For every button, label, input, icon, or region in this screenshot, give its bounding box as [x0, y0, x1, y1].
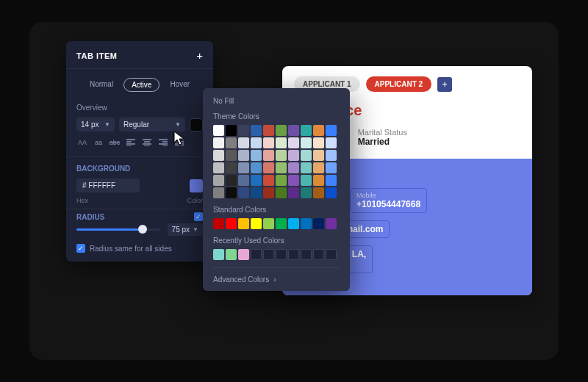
color-swatch[interactable] — [313, 175, 324, 186]
align-right-button[interactable] — [157, 139, 169, 146]
color-swatch[interactable] — [263, 125, 274, 136]
color-swatch[interactable] — [226, 249, 237, 260]
font-weight-select[interactable]: Regular ▼ — [119, 118, 185, 131]
color-swatch[interactable] — [326, 125, 337, 136]
add-applicant-button[interactable]: + — [437, 77, 452, 92]
color-swatch[interactable] — [238, 218, 249, 229]
color-swatch[interactable] — [226, 162, 237, 173]
color-swatch[interactable] — [313, 187, 324, 198]
color-swatch[interactable] — [263, 175, 274, 186]
color-swatch[interactable] — [213, 187, 224, 198]
color-swatch[interactable] — [238, 137, 249, 148]
color-swatch[interactable] — [301, 150, 312, 161]
color-swatch[interactable] — [226, 150, 237, 161]
color-swatch[interactable] — [301, 187, 312, 198]
color-swatch[interactable] — [226, 137, 237, 148]
color-swatch[interactable] — [251, 137, 262, 148]
color-swatch[interactable] — [251, 187, 262, 198]
align-left-button[interactable] — [125, 139, 137, 146]
color-swatch[interactable] — [288, 187, 299, 198]
color-swatch[interactable] — [238, 175, 249, 186]
color-swatch[interactable] — [263, 137, 274, 148]
color-swatch[interactable] — [313, 218, 324, 229]
color-swatch[interactable] — [238, 150, 249, 161]
color-swatch[interactable] — [213, 137, 224, 148]
color-swatch[interactable] — [301, 162, 312, 173]
radius-link-checkbox[interactable]: ✓ — [194, 212, 203, 221]
color-swatch[interactable] — [301, 218, 312, 229]
color-swatch[interactable] — [276, 125, 287, 136]
color-swatch[interactable] — [301, 125, 312, 136]
color-swatch[interactable] — [263, 218, 274, 229]
mobile-field[interactable]: Mobile +101054447668 — [350, 188, 427, 213]
color-swatch[interactable] — [226, 218, 237, 229]
color-swatch[interactable] — [288, 137, 299, 148]
color-swatch[interactable] — [276, 137, 287, 148]
color-swatch[interactable] — [313, 162, 324, 173]
color-swatch[interactable] — [301, 175, 312, 186]
color-swatch[interactable] — [263, 150, 274, 161]
empty-swatch — [288, 249, 299, 260]
color-swatch[interactable] — [251, 175, 262, 186]
color-swatch[interactable] — [251, 150, 262, 161]
color-swatch[interactable] — [226, 125, 237, 136]
state-tab-hover[interactable]: Hover — [162, 78, 197, 92]
color-swatch[interactable] — [301, 137, 312, 148]
color-swatch[interactable] — [226, 187, 237, 198]
color-swatch[interactable] — [276, 175, 287, 186]
color-swatch[interactable] — [238, 162, 249, 173]
color-swatch[interactable] — [288, 175, 299, 186]
color-swatch[interactable] — [213, 249, 224, 260]
color-swatch[interactable] — [213, 150, 224, 161]
color-swatch[interactable] — [213, 175, 224, 186]
radius-slider-thumb[interactable] — [138, 225, 147, 234]
align-justify-button[interactable] — [173, 139, 185, 146]
font-size-select[interactable]: 14 px ▼ — [76, 118, 115, 131]
color-swatch[interactable] — [326, 150, 337, 161]
background-color-swatch[interactable] — [190, 179, 203, 192]
hex-input[interactable]: # FFFFFF — [76, 179, 140, 192]
color-swatch[interactable] — [288, 125, 299, 136]
color-swatch[interactable] — [238, 125, 249, 136]
font-color-trigger[interactable] — [190, 118, 203, 131]
color-swatch[interactable] — [213, 162, 224, 173]
color-swatch[interactable] — [326, 137, 337, 148]
color-swatch[interactable] — [263, 162, 274, 173]
color-swatch[interactable] — [226, 175, 237, 186]
color-swatch[interactable] — [251, 218, 262, 229]
color-swatch[interactable] — [326, 175, 337, 186]
color-swatch[interactable] — [276, 187, 287, 198]
tab-applicant-2[interactable]: APPLICANT 2 — [366, 76, 432, 92]
strikethrough-button[interactable]: abc — [109, 139, 121, 146]
color-swatch[interactable] — [326, 187, 337, 198]
no-fill-option[interactable]: No Fill — [213, 97, 340, 105]
state-tab-active[interactable]: Active — [123, 78, 159, 92]
color-swatch[interactable] — [276, 150, 287, 161]
align-center-button[interactable] — [141, 139, 153, 146]
color-swatch[interactable] — [288, 162, 299, 173]
color-swatch[interactable] — [326, 162, 337, 173]
color-swatch[interactable] — [213, 125, 224, 136]
color-swatch[interactable] — [313, 150, 324, 161]
color-swatch[interactable] — [251, 125, 262, 136]
color-swatch[interactable] — [288, 150, 299, 161]
add-button[interactable]: + — [196, 50, 203, 61]
color-swatch[interactable] — [276, 218, 287, 229]
advanced-colors-button[interactable]: Advanced Colors › — [213, 267, 340, 284]
radius-same-checkbox[interactable]: ✓ — [76, 244, 85, 253]
color-swatch[interactable] — [238, 187, 249, 198]
color-swatch[interactable] — [313, 125, 324, 136]
state-tab-normal[interactable]: Normal — [82, 78, 121, 92]
color-swatch[interactable] — [276, 162, 287, 173]
color-swatch[interactable] — [251, 162, 262, 173]
color-swatch[interactable] — [263, 187, 274, 198]
color-swatch[interactable] — [326, 218, 337, 229]
color-swatch[interactable] — [288, 218, 299, 229]
uppercase-button[interactable]: AA — [76, 139, 88, 146]
color-swatch[interactable] — [238, 249, 249, 260]
color-swatch[interactable] — [213, 218, 224, 229]
radius-slider[interactable] — [76, 228, 160, 231]
color-swatch[interactable] — [313, 137, 324, 148]
lowercase-button[interactable]: aa — [93, 139, 104, 146]
radius-value-input[interactable]: 75 px ▼ — [168, 223, 203, 236]
